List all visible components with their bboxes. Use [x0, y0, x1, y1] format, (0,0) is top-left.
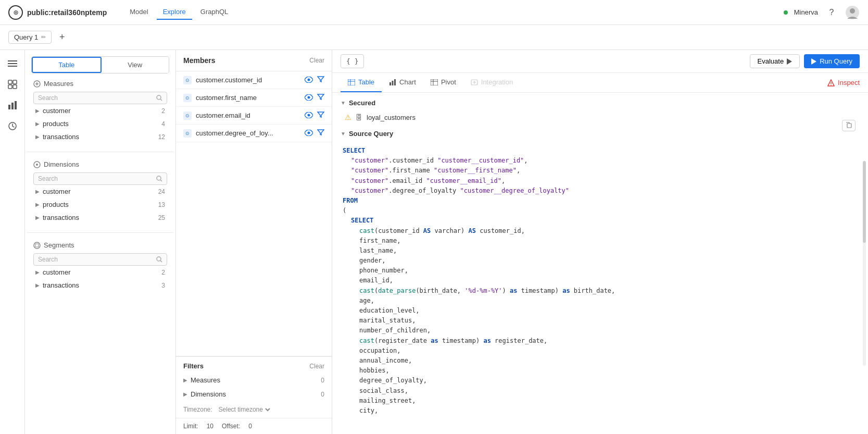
- filters-panel: Filters Clear ▶ Measures 0 ▶ Dimensions …: [176, 356, 332, 401]
- inspect-button[interactable]: Inspect: [827, 79, 860, 86]
- svg-point-21: [157, 257, 161, 261]
- source-query-toggle[interactable]: ▼ Source Query: [341, 130, 860, 138]
- measures-search-box[interactable]: [33, 92, 167, 104]
- member-eye-2[interactable]: [305, 111, 313, 120]
- measures-icon: [33, 80, 41, 88]
- help-button[interactable]: ?: [824, 5, 839, 20]
- dimensions-products-count: 13: [158, 201, 165, 208]
- filter-dimensions-row[interactable]: ▶ Dimensions 0: [176, 387, 332, 401]
- menu-icon-btn[interactable]: [3, 54, 22, 73]
- nav-right: Minerva ?: [784, 5, 860, 20]
- segments-transactions-item[interactable]: ▶transactions 3: [33, 279, 167, 292]
- segments-search-input[interactable]: [38, 256, 153, 263]
- svg-rect-4: [8, 66, 17, 67]
- member-name-1: customer.first_name: [196, 94, 257, 102]
- add-tab-button[interactable]: +: [56, 31, 68, 44]
- chevron-down-icon: ▼: [341, 100, 346, 106]
- table-view-btn[interactable]: Table: [32, 57, 102, 73]
- secured-title: Secured: [349, 99, 375, 107]
- filter-icon: [317, 129, 324, 136]
- sidebar-icons: [0, 50, 25, 434]
- run-label: Run Query: [820, 57, 852, 65]
- svg-rect-9: [8, 105, 10, 109]
- right-panel: { } Evaluate Run Query Table Chart: [332, 50, 868, 434]
- dimensions-search-box[interactable]: [33, 172, 167, 185]
- timezone-select[interactable]: Select timezone: [217, 405, 272, 414]
- offset-value: 0: [248, 423, 252, 430]
- members-clear-button[interactable]: Clear: [309, 57, 324, 64]
- offset-label: Offset:: [222, 423, 240, 430]
- result-tab-table[interactable]: Table: [341, 73, 382, 92]
- measures-customer-count: 2: [161, 107, 165, 115]
- measures-products-item[interactable]: ▶products 4: [33, 117, 167, 130]
- chevron-right-icon: ▶: [35, 202, 40, 207]
- copy-button[interactable]: [842, 120, 856, 131]
- history-icon-btn[interactable]: [3, 117, 22, 135]
- chevron-right-icon: ▶: [35, 215, 40, 220]
- member-icon-1: ⊙: [183, 94, 192, 102]
- dimensions-search-input[interactable]: [38, 175, 153, 182]
- segments-customer-item[interactable]: ▶customer 2: [33, 266, 167, 279]
- member-filter-1[interactable]: [317, 93, 324, 102]
- svg-point-24: [308, 96, 310, 98]
- nav-graphql[interactable]: GraphQL: [194, 5, 234, 20]
- member-filter-2[interactable]: [317, 111, 324, 120]
- filter-icon: [317, 76, 324, 83]
- scrollbar-track[interactable]: [863, 161, 866, 366]
- eye-icon: [305, 94, 313, 101]
- measures-transactions-item[interactable]: ▶transactions 12: [33, 130, 167, 143]
- dimensions-customer-item[interactable]: ▶customer 24: [33, 185, 167, 198]
- run-query-button[interactable]: Run Query: [804, 54, 860, 68]
- view-view-btn[interactable]: View: [102, 57, 169, 73]
- dimensions-products-item[interactable]: ▶products 13: [33, 198, 167, 211]
- nav-links: Model Explore GraphQL: [123, 5, 234, 20]
- filter-measures-row[interactable]: ▶ Measures 0: [176, 373, 332, 387]
- nav-model[interactable]: Model: [123, 5, 154, 20]
- divider-1: [27, 152, 173, 152]
- chart-icon: [8, 101, 17, 110]
- result-tab-chart[interactable]: Chart: [382, 73, 423, 92]
- evaluate-button[interactable]: Evaluate: [750, 54, 800, 68]
- user-avatar[interactable]: [845, 5, 860, 20]
- right-toolbar: { } Evaluate Run Query: [332, 50, 868, 73]
- svg-point-1: [850, 8, 855, 14]
- segments-customer-label: customer: [43, 268, 70, 276]
- source-query-section: ▼ Source Query SELECT "customer".custome…: [341, 130, 860, 420]
- grid-icon-btn[interactable]: [3, 75, 22, 94]
- play-icon: [787, 58, 792, 65]
- filters-header: Filters Clear: [176, 356, 332, 373]
- dimensions-transactions-count: 25: [158, 214, 165, 221]
- measures-search-input[interactable]: [38, 94, 153, 102]
- dimensions-transactions-item[interactable]: ▶transactions 25: [33, 211, 167, 224]
- run-icon: [811, 58, 816, 65]
- member-filter-0[interactable]: [317, 76, 324, 84]
- filters-title: Filters: [183, 362, 204, 370]
- json-button[interactable]: { }: [341, 54, 364, 68]
- segments-search-box[interactable]: [33, 253, 167, 266]
- dimensions-customer-label: customer: [43, 188, 70, 195]
- member-eye-0[interactable]: [305, 76, 313, 84]
- member-filter-3[interactable]: [317, 129, 324, 138]
- member-row-0: ⊙ customer.customer_id: [176, 71, 332, 89]
- chart-icon-btn[interactable]: [3, 96, 22, 115]
- measures-customer-label: customer: [43, 107, 70, 115]
- brand: ◎ public:retail360nptemp: [8, 5, 107, 20]
- secured-toggle[interactable]: ▼ Secured: [341, 99, 860, 107]
- measures-customer-item[interactable]: ▶customer 2: [33, 104, 167, 117]
- member-row-3: ⊙ customer.degree_of_loy...: [176, 125, 332, 142]
- members-list: ⊙ customer.customer_id ⊙ customer.first_…: [176, 71, 332, 142]
- brand-name: public:retail360nptemp: [27, 8, 107, 17]
- query-tab-1[interactable]: Query 1 ✏: [8, 31, 52, 44]
- member-eye-1[interactable]: [305, 93, 313, 102]
- left-scroll: Measures ▶customer 2 ▶products 4 ▶transa…: [25, 73, 175, 434]
- member-eye-3[interactable]: [305, 129, 313, 138]
- dimensions-transactions-label: transactions: [43, 214, 79, 221]
- scrollbar-thumb[interactable]: [863, 161, 866, 243]
- chevron-right-icon: ▶: [35, 121, 40, 127]
- svg-rect-32: [389, 82, 391, 85]
- result-tab-pivot[interactable]: Pivot: [423, 73, 463, 92]
- limit-label: Limit:: [183, 423, 198, 430]
- filters-clear-button[interactable]: Clear: [309, 363, 324, 370]
- nav-explore[interactable]: Explore: [157, 5, 192, 20]
- avatar-icon: [845, 5, 860, 20]
